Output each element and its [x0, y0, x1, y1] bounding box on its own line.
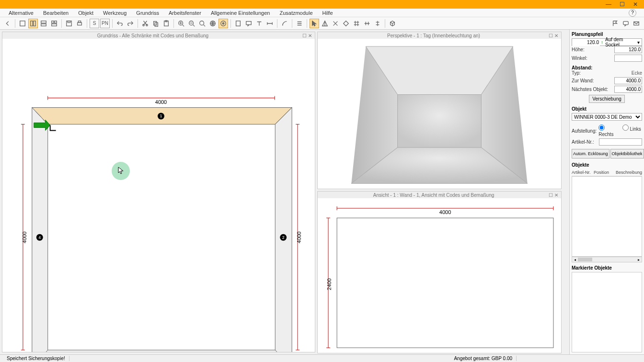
scroll-right-icon[interactable]: ▸	[636, 258, 642, 262]
flag-icon[interactable]	[610, 19, 620, 28]
pointer-icon[interactable]	[310, 19, 319, 28]
arc-icon[interactable]	[280, 19, 289, 28]
artikelnr-input[interactable]	[599, 138, 642, 146]
hoehe-input[interactable]	[614, 46, 642, 53]
svg-rect-10	[78, 23, 82, 25]
floorplan-panel: Grundriss - Alle Schränke mit Codes und …	[2, 32, 315, 352]
paste-icon[interactable]	[161, 19, 171, 28]
winkel-input[interactable]	[614, 55, 642, 62]
minimize-button[interactable]: —	[602, 1, 615, 8]
layout-4-icon[interactable]	[49, 19, 59, 28]
zurwand-input[interactable]	[614, 77, 642, 84]
radio-rechts[interactable]: Rechts	[598, 124, 618, 137]
undo-icon[interactable]	[115, 19, 125, 28]
floorplan-canvas[interactable]: 4000 4000 4000 4000	[2, 39, 315, 352]
chat-icon[interactable]	[621, 19, 631, 28]
typ-label: Typ:	[572, 70, 612, 76]
layout-2-icon[interactable]	[28, 19, 38, 28]
panel-close-icon[interactable]: ✕	[307, 33, 313, 38]
elevation-panel: Ansicht - 1 : Wand - 1, Ansicht mit Code…	[317, 191, 562, 353]
autom-eckloesung-button[interactable]: Autom. Ecklösung	[572, 149, 610, 158]
naechstes-input[interactable]	[614, 86, 642, 93]
position-value-input[interactable]	[572, 39, 600, 46]
close-button[interactable]: ✕	[629, 1, 642, 8]
perspective-title: Perspektive - 1 : Tag (Innenbeleuchtung …	[320, 33, 548, 38]
globe-icon[interactable]	[208, 19, 218, 28]
panel-max-icon[interactable]: ☐	[548, 33, 553, 38]
dimension-icon[interactable]	[265, 19, 275, 28]
align-h-icon[interactable]	[362, 19, 372, 28]
objektbibliothek-button[interactable]: Objektbibliothek	[610, 149, 644, 158]
snap-2-icon[interactable]	[331, 19, 340, 28]
svg-rect-24	[236, 21, 241, 26]
abstand-heading: Abstand:	[572, 65, 642, 70]
svg-text:4000: 4000	[155, 99, 167, 105]
radio-links[interactable]: Links	[622, 124, 642, 137]
menu-arbeitsfenster[interactable]: Arbeitsfenster	[164, 10, 206, 16]
menu-alternative[interactable]: Alternative	[4, 10, 38, 16]
box-3d-icon[interactable]	[388, 19, 397, 28]
scroll-thumb[interactable]	[578, 258, 592, 261]
objekte-scrollbar[interactable]: ◂ ▸	[572, 257, 642, 262]
status-right: Angebot gesamt: GBP 0.00	[450, 356, 517, 361]
verschiebung-button[interactable]: Verschiebung	[589, 95, 625, 103]
svg-text:1: 1	[160, 113, 162, 118]
svg-rect-2	[34, 21, 35, 26]
back-icon[interactable]	[3, 19, 12, 28]
pn-button[interactable]: PN	[100, 19, 110, 28]
scroll-left-icon[interactable]: ◂	[572, 258, 578, 262]
copy-icon[interactable]	[151, 19, 161, 28]
menu-hilfe[interactable]: Hilfe	[318, 10, 338, 16]
align-v-icon[interactable]	[373, 19, 382, 28]
markierte-list[interactable]	[572, 272, 642, 352]
comment-icon[interactable]	[244, 19, 253, 28]
mail-icon[interactable]	[632, 19, 641, 28]
menu-zusatz[interactable]: Zusatzmodule	[275, 10, 317, 16]
menu-objekt[interactable]: Objekt	[73, 10, 98, 16]
objekt-select[interactable]: WINNER 0000-3 DE Demo	[572, 113, 642, 121]
elevation-canvas[interactable]: 4000 2400	[318, 198, 561, 353]
grid-icon[interactable]	[352, 19, 361, 28]
help-icon[interactable]: ?	[629, 9, 636, 17]
zoom-fit-icon[interactable]	[197, 19, 207, 28]
zoom-in-icon[interactable]	[176, 19, 186, 28]
elevation-title: Ansicht - 1 : Wand - 1, Ansicht mit Code…	[320, 192, 548, 198]
position-combo[interactable]: ↑ Auf dem Sockel ▾	[572, 38, 642, 46]
menu-grundriss[interactable]: Grundriss	[131, 10, 164, 16]
panel-max-icon[interactable]: ☐	[548, 192, 553, 198]
view-mode-icon[interactable]	[218, 19, 228, 28]
menu-werkzeug[interactable]: Werkzeug	[98, 10, 131, 16]
svg-rect-1	[31, 21, 33, 26]
print-icon[interactable]	[75, 19, 84, 28]
chevron-down-icon[interactable]: ▾	[635, 40, 642, 45]
layout-3-icon[interactable]	[39, 19, 48, 28]
list-icon[interactable]	[295, 19, 304, 28]
snap-3-icon[interactable]	[341, 19, 351, 28]
maximize-button[interactable]: ☐	[615, 1, 629, 8]
svg-rect-7	[52, 23, 57, 25]
zoom-out-icon[interactable]	[187, 19, 196, 28]
panel-max-icon[interactable]: ☐	[301, 33, 307, 38]
toolbar: S PN	[0, 17, 644, 30]
objekte-heading: Objekte	[572, 162, 642, 168]
page-icon[interactable]	[233, 19, 243, 28]
panel-close-icon[interactable]: ✕	[553, 192, 559, 198]
planungspfeil-heading: Planungspfeil	[572, 32, 642, 37]
objekte-list[interactable]	[572, 176, 642, 257]
svg-rect-4	[41, 23, 46, 25]
cut-icon[interactable]	[140, 19, 150, 28]
snap-1-icon[interactable]	[320, 19, 330, 28]
text-icon[interactable]	[254, 19, 264, 28]
objekt-heading: Objekt	[572, 106, 642, 112]
layout-1-icon[interactable]	[18, 19, 27, 28]
save-icon[interactable]	[64, 19, 74, 28]
s-button[interactable]: S	[90, 19, 99, 28]
menu-settings[interactable]: Allgemeine Einstellungen	[206, 10, 275, 16]
redo-icon[interactable]	[126, 19, 135, 28]
svg-point-20	[200, 21, 204, 25]
status-bar: Speichert Sicherungskopie! Angebot gesam…	[0, 354, 644, 362]
panel-close-icon[interactable]: ✕	[553, 33, 559, 38]
perspective-canvas[interactable]	[318, 39, 561, 189]
title-bar: — ☐ ✕	[0, 0, 644, 9]
menu-bearbeiten[interactable]: Bearbeiten	[38, 10, 73, 16]
